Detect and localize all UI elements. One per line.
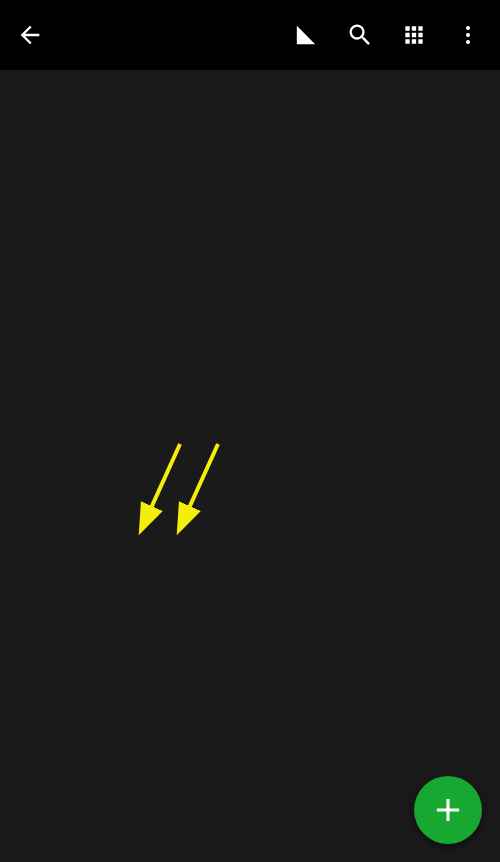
more-vert-icon [456,23,480,47]
overflow-menu-button[interactable] [452,19,484,51]
svg-point-1 [466,33,470,37]
svg-point-2 [466,40,470,44]
storage-indicator-icon[interactable] [290,19,322,51]
plus-icon [429,791,467,829]
header-actions [290,19,484,51]
file-list[interactable] [0,70,500,862]
arrow-back-icon [16,21,44,49]
search-button[interactable] [344,19,376,51]
app-header [0,0,500,70]
search-icon [346,21,374,49]
svg-point-0 [466,26,470,30]
add-fab[interactable] [414,776,482,844]
back-button[interactable] [10,15,50,55]
grid-view-button[interactable] [398,19,430,51]
grid-icon [401,22,427,48]
